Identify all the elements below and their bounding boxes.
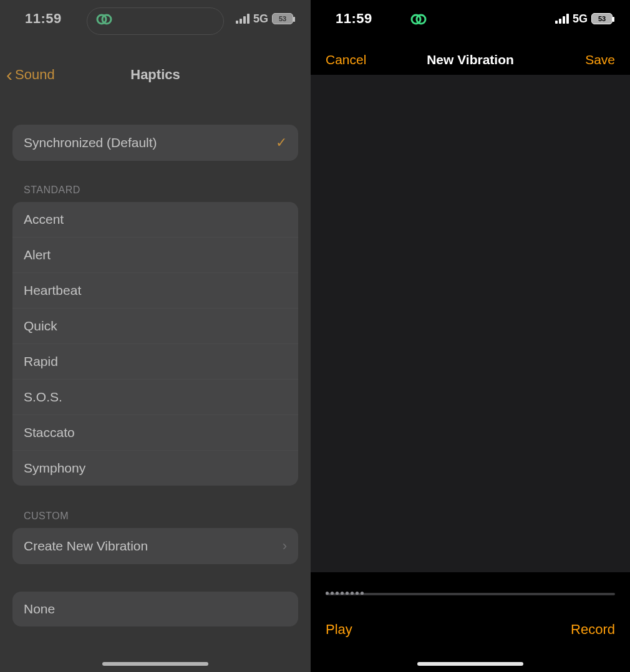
- row-label: Rapid: [24, 354, 58, 369]
- new-vibration-screen: 11:59 5G 53 Cancel New Vibration Save: [311, 0, 630, 672]
- haptic-option-symphony[interactable]: Symphony: [12, 450, 298, 486]
- network-label: 5G: [253, 12, 268, 26]
- status-bar: 11:59 5G 53: [311, 0, 630, 37]
- haptic-option-synchronized[interactable]: Synchronized (Default) ✓: [12, 125, 298, 161]
- home-indicator[interactable]: [417, 662, 523, 666]
- record-button[interactable]: Record: [571, 622, 615, 638]
- haptic-option-staccato[interactable]: Staccato: [12, 415, 298, 450]
- chevron-right-icon: ›: [283, 538, 287, 554]
- status-right: 5G 53: [555, 12, 613, 26]
- play-button[interactable]: Play: [326, 622, 352, 638]
- dynamic-island: [402, 7, 539, 35]
- battery-icon: 53: [272, 13, 293, 24]
- row-label: Heartbeat: [24, 283, 81, 298]
- status-right: 5G 53: [236, 12, 293, 26]
- default-group: Synchronized (Default) ✓: [12, 125, 298, 161]
- status-time: 11:59: [25, 11, 62, 27]
- haptics-settings-screen: 11:59 5G 53 ‹ Sound Haptics: [0, 0, 311, 672]
- dynamic-island: [87, 7, 224, 35]
- section-header-custom: CUSTOM: [12, 511, 298, 528]
- home-indicator[interactable]: [102, 662, 208, 666]
- status-bar: 11:59 5G 53: [0, 0, 311, 37]
- haptic-option-alert[interactable]: Alert: [12, 237, 298, 272]
- activity-icon: [95, 12, 114, 31]
- standard-group: Accent Alert Heartbeat Quick Rapid S.O.S…: [12, 202, 298, 486]
- row-label: None: [24, 602, 55, 617]
- row-label: Create New Vibration: [24, 539, 148, 554]
- status-time: 11:59: [336, 11, 372, 27]
- haptic-option-none[interactable]: None: [12, 592, 298, 626]
- row-label: Accent: [24, 212, 64, 227]
- haptic-option-accent[interactable]: Accent: [12, 202, 298, 237]
- row-label: S.O.S.: [24, 390, 62, 405]
- battery-icon: 53: [591, 13, 613, 24]
- vibration-canvas[interactable]: [311, 75, 630, 572]
- signal-icon: [555, 14, 569, 24]
- row-label: Quick: [24, 319, 57, 334]
- signal-icon: [236, 14, 250, 24]
- network-label: 5G: [573, 12, 588, 26]
- bottom-actions: Play Record: [326, 622, 615, 638]
- modal-title: New Vibration: [311, 52, 630, 67]
- section-header-standard: STANDARD: [12, 185, 298, 202]
- create-new-vibration[interactable]: Create New Vibration ›: [12, 528, 298, 564]
- checkmark-icon: ✓: [276, 135, 287, 151]
- row-label: Staccato: [24, 425, 75, 440]
- timeline-dots: [326, 592, 364, 595]
- haptic-option-rapid[interactable]: Rapid: [12, 343, 298, 379]
- haptic-option-quick[interactable]: Quick: [12, 308, 298, 343]
- nav-bar: ‹ Sound Haptics: [0, 56, 311, 94]
- activity-icon: [409, 12, 428, 31]
- row-label: Synchronized (Default): [24, 135, 157, 150]
- none-group: None: [12, 592, 298, 626]
- screen-content: 11:59 5G 53 Cancel New Vibration Save: [311, 0, 630, 672]
- settings-scroll[interactable]: Synchronized (Default) ✓ STANDARD Accent…: [0, 106, 311, 672]
- haptic-option-heartbeat[interactable]: Heartbeat: [12, 272, 298, 308]
- timeline-track: [326, 593, 615, 595]
- vibration-timeline[interactable]: [326, 591, 615, 597]
- custom-group: Create New Vibration ›: [12, 528, 298, 564]
- screen-content: 11:59 5G 53 ‹ Sound Haptics: [0, 0, 311, 672]
- row-label: Alert: [24, 247, 51, 262]
- modal-nav: Cancel New Vibration Save: [311, 46, 630, 74]
- row-label: Symphony: [24, 461, 85, 476]
- haptic-option-sos[interactable]: S.O.S.: [12, 379, 298, 415]
- page-title: Haptics: [0, 67, 311, 83]
